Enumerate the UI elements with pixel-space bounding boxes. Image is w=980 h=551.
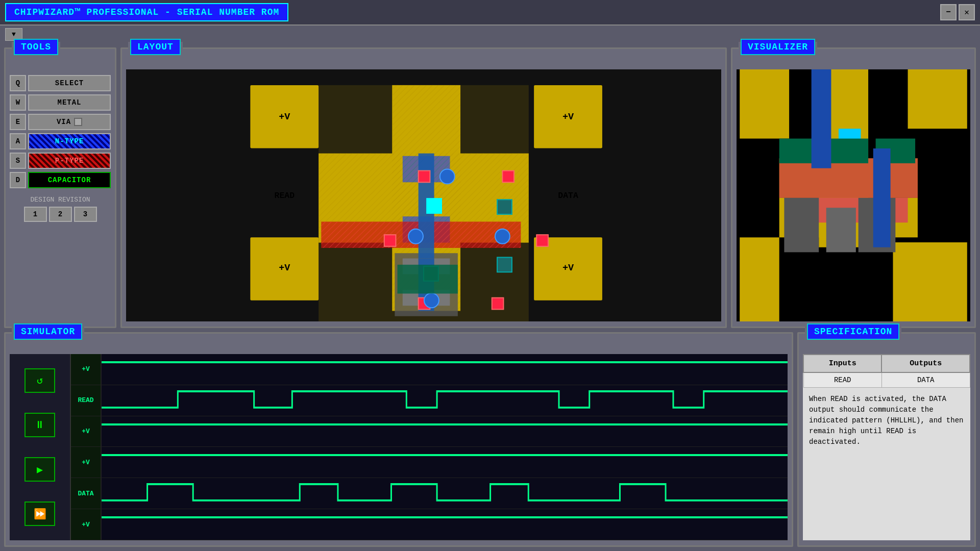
design-revision-section: DESIGN REVISION 1 2 3	[6, 192, 115, 226]
svg-text:+V: +V	[279, 263, 290, 273]
main-content: TOOLS Q SELECT W METAL E VIA A N-TYPE	[0, 43, 980, 551]
tool-key-d: D	[10, 172, 26, 188]
sim-pause-button[interactable]: ⏸	[24, 413, 55, 437]
svg-point-36	[424, 293, 439, 308]
waveform-track-vplus-2	[102, 416, 788, 447]
svg-rect-37	[497, 199, 512, 214]
waveform-label-vplus-2: +V	[71, 416, 102, 447]
svg-rect-30	[536, 235, 548, 246]
sim-play-button[interactable]: ▶	[24, 457, 55, 482]
circuit-svg: +V +V +V +V READ DATA	[126, 69, 721, 321]
tool-capacitor-row: D CAPACITOR	[6, 170, 115, 190]
window-title: CHIPWIZARD™ PROFESSIONAL - SERIAL NUMBER…	[5, 3, 288, 21]
tool-key-s: S	[10, 153, 26, 169]
svg-rect-70	[102, 509, 788, 540]
specification-table: Inputs Outputs READ DATA	[803, 354, 970, 388]
svg-text:READ: READ	[275, 191, 295, 201]
svg-rect-49	[908, 69, 967, 129]
tool-metal-button[interactable]: METAL	[28, 94, 111, 111]
svg-rect-65	[102, 354, 788, 385]
svg-rect-63	[812, 69, 831, 168]
waveform-label-data: DATA	[71, 478, 102, 509]
spec-cell-data: DATA	[881, 372, 970, 388]
waveform-track-vplus-1	[102, 354, 788, 385]
svg-rect-40	[398, 265, 458, 294]
svg-point-35	[495, 229, 510, 244]
tool-key-e: E	[10, 114, 26, 130]
simulator-title: SIMULATOR	[14, 323, 82, 340]
svg-rect-58	[784, 198, 819, 253]
tools-panel: TOOLS Q SELECT W METAL E VIA A N-TYPE	[4, 47, 116, 328]
specification-title: SPECIFICATION	[807, 323, 899, 340]
waveform-track-vplus-4	[102, 509, 788, 540]
revision-3-button[interactable]: 3	[74, 207, 97, 222]
simulator-panel: SIMULATOR ↺ ⏸ ▶ ⏩ +V	[4, 332, 793, 547]
svg-text:+V: +V	[562, 263, 574, 273]
svg-point-33	[440, 169, 455, 184]
visualizer-svg	[737, 69, 970, 321]
bottom-row: SIMULATOR ↺ ⏸ ▶ ⏩ +V	[4, 332, 976, 547]
tool-ntype-button[interactable]: N-TYPE	[28, 133, 111, 149]
svg-rect-64	[873, 148, 891, 247]
tool-ptype-button[interactable]: P-TYPE	[28, 153, 111, 169]
svg-rect-69	[102, 478, 788, 509]
waveform-vplus-4: +V	[71, 509, 788, 540]
spec-header-inputs: Inputs	[803, 355, 881, 372]
svg-rect-51	[893, 242, 967, 321]
revision-1-button[interactable]: 1	[24, 207, 47, 222]
waveform-track-data	[102, 478, 788, 509]
simulator-inner: ↺ ⏸ ▶ ⏩ +V	[10, 354, 788, 540]
revision-buttons: 1 2 3	[10, 207, 111, 222]
simulator-controls: ↺ ⏸ ▶ ⏩	[10, 354, 71, 540]
svg-text:+V: +V	[562, 112, 574, 122]
svg-rect-59	[826, 208, 856, 252]
svg-rect-68	[102, 447, 788, 478]
svg-rect-32	[492, 298, 504, 310]
svg-point-34	[408, 229, 423, 244]
svg-rect-26	[426, 198, 442, 214]
layout-panel: LAYOUT	[120, 47, 727, 328]
svg-text:+V: +V	[279, 112, 290, 122]
design-revision-label: DESIGN REVISION	[10, 196, 111, 204]
window-controls: − ✕	[940, 4, 975, 20]
tool-select-button[interactable]: SELECT	[28, 75, 111, 91]
tool-key-a: A	[10, 133, 26, 149]
specification-description: When READ is activated, the DATA output …	[803, 388, 970, 454]
svg-rect-38	[497, 257, 512, 272]
svg-rect-48	[740, 69, 789, 139]
svg-rect-27	[502, 171, 514, 183]
layout-title: LAYOUT	[130, 39, 181, 55]
svg-rect-50	[740, 237, 779, 321]
spec-header-outputs: Outputs	[881, 355, 970, 372]
sim-reset-button[interactable]: ↺	[24, 368, 55, 393]
waveform-track-read	[102, 385, 788, 416]
svg-rect-28	[419, 171, 430, 183]
svg-rect-67	[102, 416, 788, 447]
revision-2-button[interactable]: 2	[49, 207, 72, 222]
simulator-waveforms: +V READ	[71, 354, 788, 540]
waveform-label-vplus-4: +V	[71, 509, 102, 540]
tool-via-button[interactable]: VIA	[28, 114, 111, 130]
tool-capacitor-button[interactable]: CAPACITOR	[28, 172, 111, 188]
sim-fast-button[interactable]: ⏩	[24, 502, 55, 526]
svg-rect-29	[384, 235, 396, 246]
specification-panel: SPECIFICATION Inputs Outputs READ DATA	[797, 332, 976, 547]
spec-cell-read: READ	[803, 372, 881, 388]
waveform-read: READ	[71, 385, 788, 416]
top-row: TOOLS Q SELECT W METAL E VIA A N-TYPE	[4, 47, 976, 328]
minimize-button[interactable]: −	[940, 4, 957, 20]
close-button[interactable]: ✕	[959, 4, 975, 20]
layout-canvas[interactable]: +V +V +V +V READ DATA	[126, 69, 721, 321]
tool-via-row: E VIA	[6, 112, 115, 132]
tool-ptype-row: S P-TYPE	[6, 151, 115, 170]
visualizer-canvas	[737, 69, 970, 321]
waveform-label-vplus-1: +V	[71, 354, 102, 385]
waveform-data: DATA	[71, 478, 788, 509]
tool-select-row: Q SELECT	[6, 73, 115, 93]
specification-inner: Inputs Outputs READ DATA When READ is ac…	[803, 354, 970, 540]
waveform-vplus-2: +V	[71, 416, 788, 447]
tool-metal-row: W METAL	[6, 93, 115, 112]
spec-row-1: READ DATA	[803, 372, 970, 388]
waveform-label-vplus-3: +V	[71, 447, 102, 478]
waveform-label-read: READ	[71, 385, 102, 416]
